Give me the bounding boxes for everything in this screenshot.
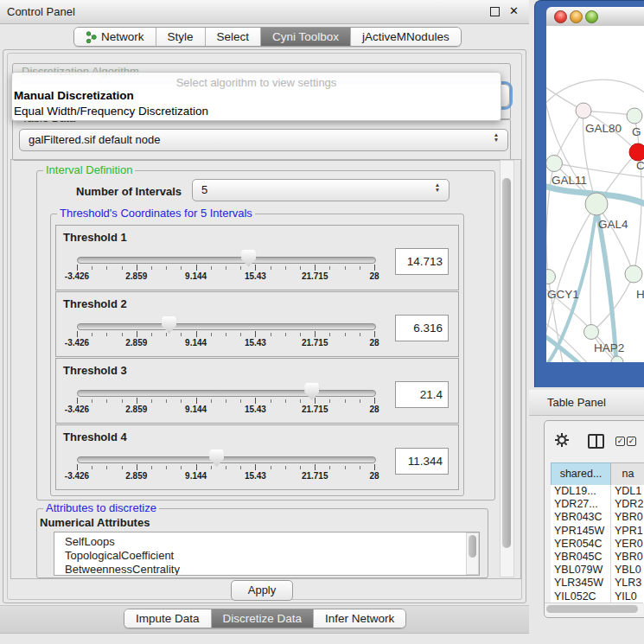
number-of-intervals-value: 5 bbox=[201, 183, 207, 196]
column-split-icon[interactable] bbox=[588, 434, 604, 449]
threshold-value-field[interactable]: 14.713 bbox=[395, 248, 449, 275]
settings-vertical-scrollbar[interactable] bbox=[500, 160, 514, 577]
tick-label: -3.426 bbox=[65, 405, 89, 414]
slider-major-tick bbox=[315, 331, 316, 337]
table-row[interactable]: YBR045CYBR0 bbox=[551, 551, 644, 564]
tick-label: 21.715 bbox=[302, 338, 328, 348]
scrollbar-thumb[interactable] bbox=[502, 178, 511, 548]
cell-name: YIL0 bbox=[615, 590, 644, 603]
dropdown-option-equal-width-frequency[interactable]: Equal Width/Frequency Discretization bbox=[14, 105, 208, 118]
column-divider bbox=[610, 485, 611, 603]
cyni-mode-tabs: Impute DataDiscretize DataInfer Network bbox=[124, 609, 406, 628]
node-table-rows[interactable]: YDL19...YDL1YDR27...YDR2YBR043CYBR0YPR14… bbox=[551, 485, 644, 603]
network-icon bbox=[86, 31, 97, 43]
apply-button[interactable]: Apply bbox=[231, 580, 293, 601]
attribute-item[interactable]: SelfLoops bbox=[54, 535, 479, 549]
network-nodes[interactable]: GAL80GCGAL11GAL4GCY1HHAP2 bbox=[546, 103, 644, 362]
column-header-shared-name[interactable]: shared... bbox=[551, 462, 611, 486]
slider-major-tick bbox=[315, 265, 316, 271]
slider-major-tick bbox=[77, 331, 78, 337]
tab-label: Infer Network bbox=[325, 612, 394, 625]
slider-minor-ticks bbox=[77, 466, 375, 469]
numerical-attributes-list[interactable]: SelfLoopsTopologicalCoefficientBetweenne… bbox=[54, 532, 480, 576]
network-node-gal11[interactable] bbox=[546, 156, 563, 172]
control-panel-tab-bar: NetworkStyleSelectCyni ToolboxjActiveMNo… bbox=[73, 27, 462, 47]
tab-network[interactable]: Network bbox=[74, 28, 156, 46]
network-node-gal4[interactable] bbox=[585, 193, 608, 215]
slider-track[interactable] bbox=[77, 456, 376, 463]
slider-thumb[interactable] bbox=[162, 316, 176, 334]
network-view-canvas[interactable]: GAL80GCGAL11GAL4GCY1HHAP2 bbox=[546, 26, 644, 362]
zoom-traffic-light[interactable] bbox=[585, 10, 598, 23]
slider-thumb[interactable] bbox=[209, 450, 224, 467]
tab-impute-data[interactable]: Impute Data bbox=[124, 609, 211, 628]
minimize-traffic-light[interactable] bbox=[570, 10, 583, 23]
table-row[interactable]: YPR145WYPR1 bbox=[551, 525, 644, 538]
table-row[interactable]: YDR27...YDR2 bbox=[551, 498, 644, 511]
tick-label: 2.859 bbox=[125, 338, 147, 348]
close-icon[interactable]: ✕ bbox=[509, 4, 519, 17]
tab-jactivemnodules[interactable]: jActiveMNodules bbox=[350, 28, 461, 46]
table-row[interactable]: YIL052CYIL0 bbox=[551, 590, 644, 603]
slider-major-tick bbox=[137, 265, 137, 271]
scrollbar-thumb[interactable] bbox=[469, 535, 476, 558]
cell-name: YER0 bbox=[615, 538, 644, 551]
slider-major-tick bbox=[137, 398, 137, 404]
algorithm-dropdown-popup: Select algorithm to view settings Manual… bbox=[11, 72, 501, 121]
slider-track[interactable] bbox=[77, 323, 376, 330]
slider-track[interactable] bbox=[77, 390, 376, 397]
checkbox-checked-icon[interactable]: ✓ bbox=[615, 437, 625, 446]
table-row[interactable]: YBL079WYBL0 bbox=[551, 564, 644, 577]
float-window-icon[interactable] bbox=[490, 7, 500, 16]
slider-thumb[interactable] bbox=[241, 250, 256, 267]
cell-name: YBR0 bbox=[615, 551, 644, 564]
tab-style[interactable]: Style bbox=[156, 28, 205, 46]
tick-label: 28 bbox=[369, 271, 379, 281]
slider-minor-ticks bbox=[77, 266, 375, 270]
threshold-value-field[interactable]: 6.316 bbox=[395, 315, 449, 341]
close-traffic-light[interactable] bbox=[554, 10, 567, 23]
dropdown-option-manual-discretization[interactable]: Manual Discretization bbox=[14, 89, 134, 102]
cell-name: YPR1 bbox=[615, 525, 644, 538]
slider-thumb[interactable] bbox=[304, 383, 319, 400]
slider-track[interactable] bbox=[77, 257, 376, 264]
attributes-list-scrollbar[interactable] bbox=[466, 532, 479, 575]
threshold-label: Threshold 2 bbox=[63, 297, 127, 310]
table-row[interactable]: YLR345WYLR3 bbox=[551, 577, 644, 590]
network-node-gcy1[interactable] bbox=[546, 270, 556, 284]
threshold-rows: Threshold 1-3.4262.8599.14415.4321.71528… bbox=[55, 225, 457, 491]
table-row[interactable]: YBR043CYBR0 bbox=[551, 511, 644, 524]
table-row[interactable]: YDL19...YDL1 bbox=[551, 485, 644, 498]
scrollbar-thumb[interactable] bbox=[546, 605, 638, 613]
network-node-gal80[interactable] bbox=[576, 103, 591, 118]
network-node-g[interactable] bbox=[627, 108, 642, 124]
threshold-value-field[interactable]: 21.4 bbox=[395, 381, 449, 408]
number-of-intervals-combo[interactable]: 5 ▲▼ bbox=[192, 179, 450, 201]
cell-shared-name: YDL19... bbox=[554, 485, 609, 498]
slider-major-tick bbox=[77, 464, 78, 470]
tick-label: -3.426 bbox=[65, 471, 89, 481]
table-row[interactable]: YER054CYER0 bbox=[551, 538, 644, 551]
tab-cyni-toolbox[interactable]: Cyni Toolbox bbox=[260, 28, 350, 46]
network-node[interactable] bbox=[611, 356, 623, 362]
table-data-combo[interactable]: galFiltered.sif default node ▲▼ bbox=[19, 129, 508, 151]
node-label: G bbox=[632, 125, 641, 138]
tab-infer-network[interactable]: Infer Network bbox=[313, 609, 405, 628]
tick-label: 15.43 bbox=[245, 405, 266, 414]
checkbox-checked-icon[interactable]: ✓ bbox=[627, 437, 636, 446]
tab-discretize-data[interactable]: Discretize Data bbox=[211, 609, 314, 628]
tab-select[interactable]: Select bbox=[205, 28, 261, 46]
network-node-c[interactable] bbox=[629, 143, 644, 161]
slider-major-tick bbox=[77, 398, 78, 404]
slider-major-tick bbox=[374, 265, 375, 271]
network-node-hap2[interactable] bbox=[584, 325, 599, 340]
node-label: GAL4 bbox=[598, 218, 628, 231]
network-node-h[interactable] bbox=[625, 265, 642, 283]
column-header-name[interactable]: na bbox=[610, 462, 644, 486]
threshold-value-field[interactable]: 11.344 bbox=[395, 448, 449, 475]
table-horizontal-scrollbar[interactable] bbox=[545, 603, 643, 615]
cell-name: YDR2 bbox=[615, 498, 644, 511]
gear-icon[interactable] bbox=[554, 432, 570, 448]
attribute-item[interactable]: TopologicalCoefficient bbox=[54, 549, 479, 563]
attribute-item[interactable]: BetweennessCentrality bbox=[54, 563, 479, 576]
